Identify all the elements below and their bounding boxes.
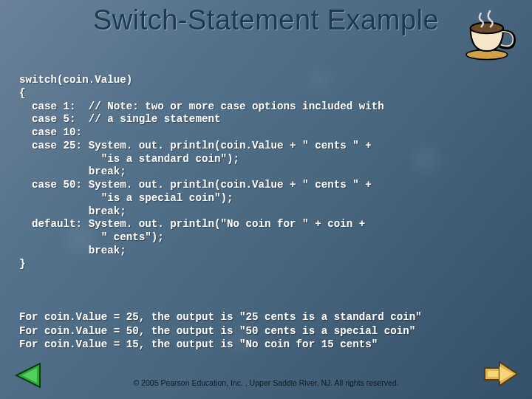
- copyright-footer: © 2005 Pearson Education, Inc. , Upper S…: [0, 378, 532, 387]
- page-title: Switch-Statement Example: [0, 4, 532, 36]
- prev-button[interactable]: [12, 361, 44, 393]
- slide: Switch-Statement Example switch(coin.Val…: [0, 0, 532, 399]
- svg-point-1: [471, 23, 503, 34]
- teacup-icon: [458, 7, 522, 68]
- code-block: switch(coin.Value) { case 1: // Note: tw…: [19, 74, 519, 270]
- example-output: For coin.Value = 25, the output is "25 c…: [19, 310, 519, 351]
- svg-rect-6: [488, 371, 498, 377]
- next-button[interactable]: [482, 358, 520, 393]
